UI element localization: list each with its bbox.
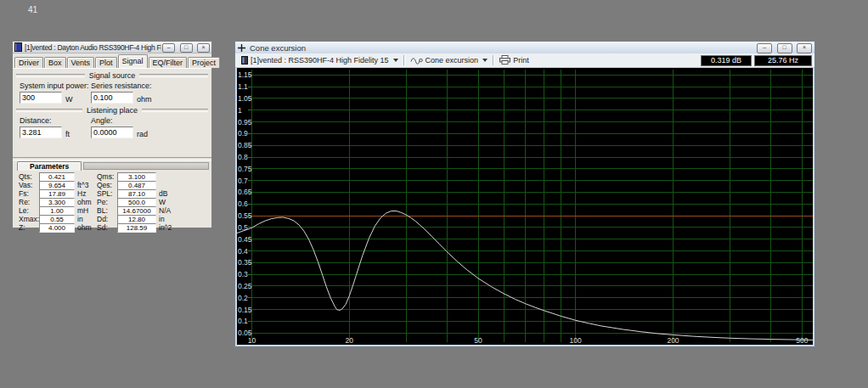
svg-text:0.45: 0.45 xyxy=(238,235,252,244)
chart-area: 1.151.11.0510.950.90.850.80.750.70.650.6… xyxy=(237,68,813,345)
cone-excursion-window: Cone excursion – □ × [1]vented : RSS390H… xyxy=(234,41,815,347)
maximize-button[interactable]: □ xyxy=(180,43,193,53)
svg-text:0.6: 0.6 xyxy=(238,200,248,208)
document-icon xyxy=(14,42,22,52)
svg-text:0.7: 0.7 xyxy=(238,177,248,185)
svg-text:1.1: 1.1 xyxy=(238,82,248,91)
distance-field: Distance: ft xyxy=(20,116,91,138)
svg-text:100: 100 xyxy=(570,336,582,345)
series-resistance-field: Series resistance: ohm xyxy=(91,82,162,104)
svg-text:0.85: 0.85 xyxy=(238,141,252,149)
angle-input[interactable] xyxy=(91,127,133,138)
param-row-z: Z:4.000ohm xyxy=(19,223,97,232)
svg-text:0.75: 0.75 xyxy=(238,165,252,173)
series-resistance-label: Series resistance: xyxy=(91,82,162,90)
sd-value[interactable]: 128.59 xyxy=(117,223,156,233)
plot-toolbar: [1]vented : RSS390HF-4 High Fidelity 15 … xyxy=(235,53,814,68)
listening-place-title: Listening place xyxy=(82,106,142,115)
cursor-frequency-readout: 25.76 Hz xyxy=(754,55,812,66)
param-row-bl: BL:14.67000N/A xyxy=(97,206,211,215)
svg-text:500: 500 xyxy=(796,336,808,345)
plot-window-title: Cone excursion xyxy=(250,43,756,53)
svg-text:200: 200 xyxy=(667,336,679,345)
angle-field: Angle: rad xyxy=(91,116,162,138)
tab-signal[interactable]: Signal xyxy=(118,54,148,68)
tab-box[interactable]: Box xyxy=(44,57,66,68)
svg-text:0.1: 0.1 xyxy=(238,317,248,325)
tab-eq-filter[interactable]: EQ/Filter xyxy=(149,57,188,68)
tab-project[interactable]: Project xyxy=(188,57,220,68)
graph-type-dropdown[interactable]: Cone excursion xyxy=(407,54,492,66)
tab-bar: Driver Box Vents Plot Signal EQ/Filter P… xyxy=(13,53,211,68)
series-resistance-input[interactable] xyxy=(91,92,133,104)
svg-text:50: 50 xyxy=(474,336,482,345)
group-header-listening-place: Listening place xyxy=(16,106,208,115)
z-value[interactable]: 4.000 xyxy=(39,223,75,233)
angle-unit: rad xyxy=(137,130,148,138)
param-row-le: Le:1.00mH xyxy=(19,206,97,215)
svg-text:0.3: 0.3 xyxy=(238,270,248,278)
plot-window-buttons: – □ × xyxy=(756,40,812,55)
svg-text:10: 10 xyxy=(248,336,256,345)
toolbar-separator xyxy=(403,55,405,65)
parameters-tab[interactable]: Parameters xyxy=(17,161,82,171)
toolbar-separator xyxy=(493,55,494,65)
parameters-right-column: Qms:3.100 Qes:0.487 SPL:87.10dB Pe:500.0… xyxy=(97,172,211,232)
param-row-spl: SPL:87.10dB xyxy=(97,189,211,198)
minimize-button[interactable]: – xyxy=(162,43,175,53)
parameters-left-column: Qts:0.421 Vas:9.654ft^3 Fs:17.89Hz Re:3.… xyxy=(19,172,97,232)
param-row-qes: Qes:0.487 xyxy=(97,181,211,189)
tab-vents[interactable]: Vents xyxy=(67,57,95,68)
svg-text:0.65: 0.65 xyxy=(238,188,252,196)
svg-text:0.25: 0.25 xyxy=(238,282,252,290)
left-window-titlebar[interactable]: [1]vented : Dayton Audio RSS390HF-4 High… xyxy=(13,42,211,53)
tab-plot[interactable]: Plot xyxy=(95,57,117,68)
print-label: Print xyxy=(513,56,529,65)
plot-window-titlebar[interactable]: Cone excursion – □ × xyxy=(235,42,814,53)
param-row-sd: Sd:128.59in^2 xyxy=(97,223,211,232)
series-resistance-unit: ohm xyxy=(137,95,152,104)
chevron-down-icon xyxy=(482,59,488,62)
chevron-down-icon xyxy=(393,59,398,62)
svg-text:0.8: 0.8 xyxy=(238,153,248,161)
printer-icon xyxy=(499,53,510,68)
sine-wave-icon xyxy=(410,53,423,68)
background-artifact: 41 xyxy=(28,5,37,14)
distance-input[interactable] xyxy=(20,127,62,138)
svg-text:0.2: 0.2 xyxy=(238,294,248,302)
print-button[interactable]: Print xyxy=(496,54,535,66)
svg-text:0.35: 0.35 xyxy=(238,258,252,267)
svg-text:0.4: 0.4 xyxy=(238,247,248,256)
signal-source-title: Signal source xyxy=(85,71,140,80)
cursor-value-readout: 0.319 dB xyxy=(701,55,752,66)
svg-text:0.5: 0.5 xyxy=(238,223,248,232)
distance-label: Distance: xyxy=(20,116,91,125)
param-row-qms: Qms:3.100 xyxy=(97,172,211,181)
param-row-qts: Qts:0.421 xyxy=(19,172,97,181)
signal-tab-page: Signal source System input power: W Seri… xyxy=(13,68,211,156)
graph-type-label: Cone excursion xyxy=(426,56,479,65)
param-row-dd: Dd:12.80in xyxy=(97,215,211,223)
svg-text:0.55: 0.55 xyxy=(238,211,252,220)
close-button[interactable]: × xyxy=(797,43,812,53)
param-row-pe: Pe:500.0W xyxy=(97,198,211,206)
cone-excursion-chart[interactable]: 1.151.11.0510.950.90.850.80.750.70.650.6… xyxy=(237,68,813,345)
minimize-button[interactable]: – xyxy=(757,43,772,53)
svg-text:1: 1 xyxy=(238,106,242,115)
svg-text:0.9: 0.9 xyxy=(238,129,248,138)
system-input-power-field: System input power: W xyxy=(20,82,91,104)
system-input-power-input[interactable] xyxy=(20,92,62,104)
param-row-fs: Fs:17.89Hz xyxy=(19,189,97,198)
system-input-power-unit: W xyxy=(65,95,73,104)
left-window-buttons: – □ × xyxy=(161,40,210,55)
close-button[interactable]: × xyxy=(197,43,210,53)
tab-driver[interactable]: Driver xyxy=(14,57,43,68)
driver-project-window: [1]vented : Dayton Audio RSS390HF-4 High… xyxy=(12,41,212,228)
system-input-power-label: System input power: xyxy=(20,82,91,90)
driver-selector-dropdown[interactable]: [1]vented : RSS390HF-4 High Fidelity 15 xyxy=(238,54,402,66)
angle-label: Angle: xyxy=(91,116,162,125)
parameters-tabstrip xyxy=(83,162,209,170)
param-row-xmax: Xmax:0.55in xyxy=(19,215,97,223)
crosshair-icon xyxy=(238,44,245,52)
maximize-button[interactable]: □ xyxy=(777,43,792,53)
